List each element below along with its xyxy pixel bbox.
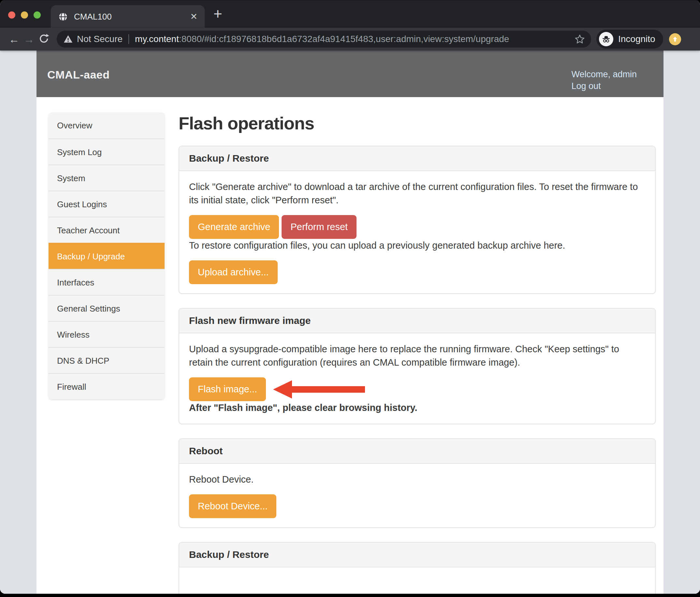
app-header: CMAL-aaed Welcome, admin Log out xyxy=(36,51,664,97)
backup-restore-card-bottom: Backup / Restore xyxy=(179,542,656,594)
reboot-device-button[interactable]: Reboot Device... xyxy=(189,494,276,518)
perform-reset-button[interactable]: Perform reset xyxy=(281,215,356,239)
url-text: my.content:8080/#id:cf18976818b6d1a6732a… xyxy=(135,34,570,44)
flash-image-note: After "Flash image", please clear browsi… xyxy=(189,401,644,415)
sidebar-item-dns-dhcp[interactable]: DNS & DHCP xyxy=(49,347,165,373)
url-separator xyxy=(128,34,129,44)
tab-close-icon[interactable]: ✕ xyxy=(190,13,198,21)
flash-firmware-card-title: Flash new firmware image xyxy=(179,308,655,333)
sidebar-item-interfaces[interactable]: Interfaces xyxy=(49,269,165,295)
url-path: :8080/#id:cf18976818b6d1a6732af4a91415f4… xyxy=(179,34,509,44)
extension-upload-icon[interactable] xyxy=(669,33,681,45)
reboot-card: Reboot Reboot Device. Reboot Device... xyxy=(179,438,656,528)
sidebar-item-teacher-account[interactable]: Teacher Account xyxy=(49,217,165,243)
globe-favicon-icon xyxy=(58,12,68,22)
forward-icon[interactable]: → xyxy=(22,34,36,45)
tab-title: CMAL100 xyxy=(74,12,190,22)
main-panel: Flash operations Backup / Restore Click … xyxy=(179,113,656,594)
window-bottom-edge xyxy=(0,594,700,597)
reboot-description: Reboot Device. xyxy=(189,473,644,486)
incognito-icon xyxy=(599,32,613,46)
backup-restore-card: Backup / Restore Click "Generate archive… xyxy=(179,146,656,294)
incognito-label: Incognito xyxy=(618,34,655,44)
flash-firmware-card: Flash new firmware image Upload a sysupg… xyxy=(179,308,656,424)
sidebar-item-guest-logins[interactable]: Guest Logins xyxy=(49,191,165,217)
traffic-lights xyxy=(8,11,41,19)
tab-strip: CMAL100 ✕ + xyxy=(0,0,700,28)
security-label: Not Secure xyxy=(77,34,123,44)
logout-link[interactable]: Log out xyxy=(571,80,637,92)
url-host: my.content xyxy=(135,34,179,44)
content-area: Overview System Log System Guest Logins … xyxy=(36,97,664,594)
backup-restore-description: Click "Generate archive" to download a t… xyxy=(189,180,644,207)
page-title: Flash operations xyxy=(179,113,656,133)
sidebar-nav: Overview System Log System Guest Logins … xyxy=(49,113,165,594)
reboot-card-title: Reboot xyxy=(179,439,655,464)
backup-restore-bottom-title: Backup / Restore xyxy=(179,543,655,567)
sidebar-item-system[interactable]: System xyxy=(49,165,165,191)
sidebar-item-backup-upgrade[interactable]: Backup / Upgrade xyxy=(49,243,165,269)
browser-toolbar: ← → Not Secure my.content:8080/#id:cf189… xyxy=(0,28,700,51)
web-page: CMAL-aaed Welcome, admin Log out Overvie… xyxy=(0,51,700,594)
sidebar-item-overview[interactable]: Overview xyxy=(49,113,165,139)
restore-description: To restore configuration files, you can … xyxy=(189,239,644,252)
minimize-window-button[interactable] xyxy=(21,11,28,19)
sidebar-item-general-settings[interactable]: General Settings xyxy=(49,295,165,321)
bookmark-star-icon[interactable] xyxy=(574,33,585,45)
browser-tab[interactable]: CMAL100 ✕ xyxy=(51,5,205,28)
new-tab-button[interactable]: + xyxy=(214,6,222,21)
reload-icon[interactable] xyxy=(36,33,51,45)
not-secure-warning-icon xyxy=(63,34,73,44)
zoom-window-button[interactable] xyxy=(33,11,41,19)
sidebar-item-firewall[interactable]: Firewall xyxy=(49,373,165,399)
sidebar-item-wireless[interactable]: Wireless xyxy=(49,321,165,347)
app-brand: CMAL-aaed xyxy=(47,51,110,97)
backup-restore-card-title: Backup / Restore xyxy=(179,146,655,171)
red-arrow-annotation-icon xyxy=(273,380,365,402)
welcome-text: Welcome, admin xyxy=(571,69,637,80)
generate-archive-button[interactable]: Generate archive xyxy=(189,215,279,239)
upload-archive-button[interactable]: Upload archive... xyxy=(189,260,278,284)
sidebar-item-system-log[interactable]: System Log xyxy=(49,139,165,165)
close-window-button[interactable] xyxy=(8,11,15,19)
flash-firmware-description: Upload a sysupgrade-compatible image her… xyxy=(189,343,644,369)
session-info: Welcome, admin Log out xyxy=(571,51,637,97)
flash-image-button[interactable]: Flash image... xyxy=(189,377,266,401)
incognito-badge: Incognito xyxy=(596,30,663,49)
back-icon[interactable]: ← xyxy=(6,34,22,45)
address-bar[interactable]: Not Secure my.content:8080/#id:cf1897681… xyxy=(57,31,591,48)
app-container: CMAL-aaed Welcome, admin Log out Overvie… xyxy=(36,51,664,594)
browser-window: CMAL100 ✕ + ← → Not Secure my.conten xyxy=(0,0,700,594)
